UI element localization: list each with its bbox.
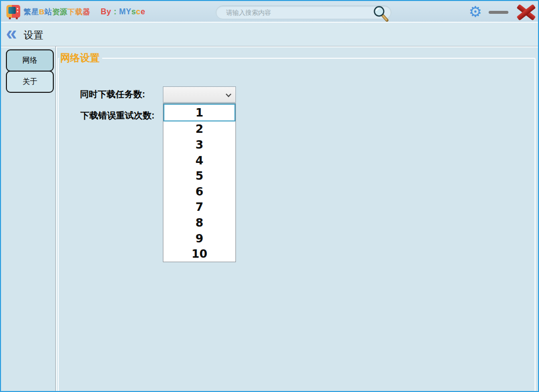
dropdown-option[interactable]: 5 <box>163 168 235 184</box>
app-title-char: 源 <box>60 7 68 16</box>
concurrent-downloads-label: 同时下载任务数: <box>80 88 145 100</box>
settings-header-bar: « 设置 <box>1 23 538 46</box>
sidebar-item-label: 关于 <box>23 77 38 86</box>
byline-part: : <box>111 7 119 16</box>
search-box <box>216 5 391 19</box>
dropdown-option[interactable]: 4 <box>163 153 235 168</box>
gear-icon[interactable]: ⚙ <box>467 1 484 22</box>
tv-icon-leg <box>16 17 18 19</box>
app-title-char: 繁 <box>24 7 32 16</box>
byline-part: s <box>131 7 136 16</box>
settings-sidebar: 网络 关于 <box>1 46 56 391</box>
dropdown-option[interactable]: 7 <box>163 199 235 215</box>
app-title-char: 资 <box>52 7 60 16</box>
byline-part: By <box>101 7 111 16</box>
sidebar-item-network[interactable]: 网络 <box>6 49 54 72</box>
title-bar: 繁星B站资源下载器 By : MYsce ⚙ <box>1 1 538 23</box>
byline-part: MY <box>119 7 131 16</box>
byline-part: e <box>141 7 145 16</box>
sidebar-item-label: 网络 <box>23 56 38 65</box>
dropdown-option[interactable]: 2 <box>163 121 235 137</box>
settings-content: 网络设置 同时下载任务数: 下载错误重试次数: 1 2 3 4 5 6 7 8 … <box>56 46 538 391</box>
sidebar-item-about[interactable]: 关于 <box>6 71 54 93</box>
dropdown-option[interactable]: 3 <box>163 137 235 153</box>
tv-icon-dot <box>17 11 18 12</box>
group-title: 网络设置 <box>59 51 102 65</box>
concurrent-downloads-combobox[interactable] <box>163 86 236 103</box>
tv-icon <box>6 5 20 18</box>
app-title-char: 器 <box>83 7 91 16</box>
search-input[interactable] <box>216 6 371 19</box>
app-title-char: 星 <box>32 7 39 16</box>
app-title-char: 站 <box>44 7 52 16</box>
app-title-char: B <box>39 7 44 16</box>
byline-part: c <box>136 7 141 16</box>
search-icon[interactable] <box>371 5 390 22</box>
dropdown-option[interactable]: 6 <box>163 184 235 199</box>
chevron-down-icon <box>226 91 231 97</box>
tv-icon-screen <box>8 7 16 14</box>
back-icon[interactable]: « <box>6 21 17 45</box>
retry-count-label: 下载错误重试次数: <box>80 110 154 121</box>
app-title-char: 载 <box>75 7 83 16</box>
page-title: 设置 <box>24 23 43 46</box>
dropdown-option[interactable]: 1 <box>163 104 235 121</box>
dropdown-option[interactable]: 8 <box>163 215 235 231</box>
minimize-icon[interactable] <box>489 11 508 14</box>
tv-icon-leg <box>9 17 11 19</box>
close-icon[interactable] <box>517 4 536 20</box>
combobox-dropdown-list: 1 2 3 4 5 6 7 8 9 10 <box>163 103 236 262</box>
app-title-char: 下 <box>68 7 76 16</box>
dropdown-option[interactable]: 10 <box>163 246 235 262</box>
tv-icon-dot <box>17 8 18 9</box>
settings-body: 网络 关于 网络设置 同时下载任务数: 下载错误重试次数: 1 2 3 4 5 <box>1 46 538 391</box>
app-window: 繁星B站资源下载器 By : MYsce ⚙ « 设置 网络 关于 <box>0 0 539 392</box>
dropdown-option[interactable]: 9 <box>163 231 235 246</box>
byline: By : MYsce <box>101 1 145 23</box>
network-settings-group: 网络设置 <box>58 51 536 392</box>
app-title: 繁星B站资源下载器 <box>24 1 90 23</box>
